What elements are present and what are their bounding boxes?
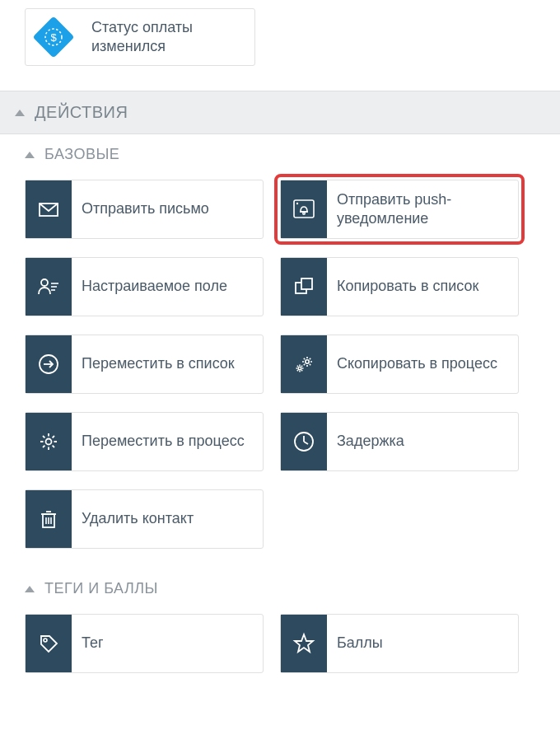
tag-icon bbox=[26, 615, 72, 672]
triggers-area: $ Статус оплаты изменился bbox=[0, 0, 560, 91]
action-label: Копировать в список bbox=[327, 258, 488, 316]
svg-point-18 bbox=[46, 439, 52, 445]
subsection-basic-header[interactable]: БАЗОВЫЕ bbox=[0, 134, 560, 173]
action-points[interactable]: Баллы bbox=[280, 614, 519, 673]
basic-actions-grid: Отправить письмо Отправить push-уведомле… bbox=[0, 173, 560, 569]
svg-point-5 bbox=[296, 203, 298, 204]
action-label: Задержка bbox=[327, 413, 414, 470]
svg-point-8 bbox=[41, 279, 48, 286]
gears-icon bbox=[281, 335, 327, 393]
clock-icon bbox=[281, 413, 327, 470]
star-icon bbox=[281, 615, 327, 672]
action-label: Переместить в список bbox=[72, 335, 245, 393]
svg-line-21 bbox=[304, 442, 308, 444]
action-label: Скопировать в процесс bbox=[327, 335, 507, 393]
trigger-payment-status[interactable]: $ Статус оплаты изменился bbox=[25, 8, 255, 66]
caret-up-icon bbox=[25, 152, 35, 158]
action-label: Тег bbox=[72, 615, 114, 672]
action-delete-contact[interactable]: Удалить контакт bbox=[25, 489, 264, 549]
svg-point-16 bbox=[306, 360, 309, 363]
svg-point-7 bbox=[303, 213, 306, 215]
gear-icon bbox=[26, 413, 72, 470]
subsection-title: БАЗОВЫЕ bbox=[44, 146, 119, 163]
action-label: Настраиваемое поле bbox=[72, 258, 237, 316]
trash-icon bbox=[26, 490, 72, 548]
action-send-push[interactable]: Отправить push-уведомление bbox=[280, 180, 519, 239]
dollar-diamond-icon: $ bbox=[26, 9, 82, 65]
svg-point-17 bbox=[298, 367, 301, 370]
subsection-title: ТЕГИ И БАЛЛЫ bbox=[44, 580, 158, 597]
arrow-right-circle-icon bbox=[26, 335, 72, 393]
svg-rect-13 bbox=[301, 278, 312, 289]
envelope-icon bbox=[26, 180, 72, 238]
subsection-tags-header[interactable]: ТЕГИ И БАЛЛЫ bbox=[0, 569, 560, 607]
action-send-email[interactable]: Отправить письмо bbox=[25, 180, 264, 239]
action-delay[interactable]: Задержка bbox=[280, 412, 519, 471]
push-notification-icon bbox=[281, 180, 327, 238]
svg-text:$: $ bbox=[50, 31, 57, 44]
action-move-to-list[interactable]: Переместить в список bbox=[25, 335, 264, 394]
trigger-label: Статус оплаты изменился bbox=[82, 18, 254, 57]
section-actions-header[interactable]: ДЕЙСТВИЯ bbox=[0, 91, 560, 134]
action-custom-field[interactable]: Настраиваемое поле bbox=[25, 257, 264, 316]
caret-up-icon bbox=[25, 586, 35, 592]
action-label: Переместить в процесс bbox=[72, 413, 254, 470]
action-copy-to-process[interactable]: Скопировать в процесс bbox=[280, 335, 519, 394]
action-tag[interactable]: Тег bbox=[25, 614, 264, 673]
action-label: Отправить письмо bbox=[72, 180, 219, 238]
caret-up-icon bbox=[15, 110, 25, 116]
action-label: Удалить контакт bbox=[72, 490, 203, 548]
svg-point-28 bbox=[44, 639, 47, 642]
tags-actions-grid: Тег Баллы bbox=[0, 607, 560, 693]
action-move-to-process[interactable]: Переместить в процесс bbox=[25, 412, 264, 471]
action-label: Отправить push-уведомление bbox=[327, 180, 518, 238]
copy-icon bbox=[281, 258, 327, 316]
action-label: Баллы bbox=[327, 615, 393, 672]
user-field-icon bbox=[26, 258, 72, 316]
action-copy-to-list[interactable]: Копировать в список bbox=[280, 257, 519, 316]
section-title: ДЕЙСТВИЯ bbox=[35, 103, 128, 122]
